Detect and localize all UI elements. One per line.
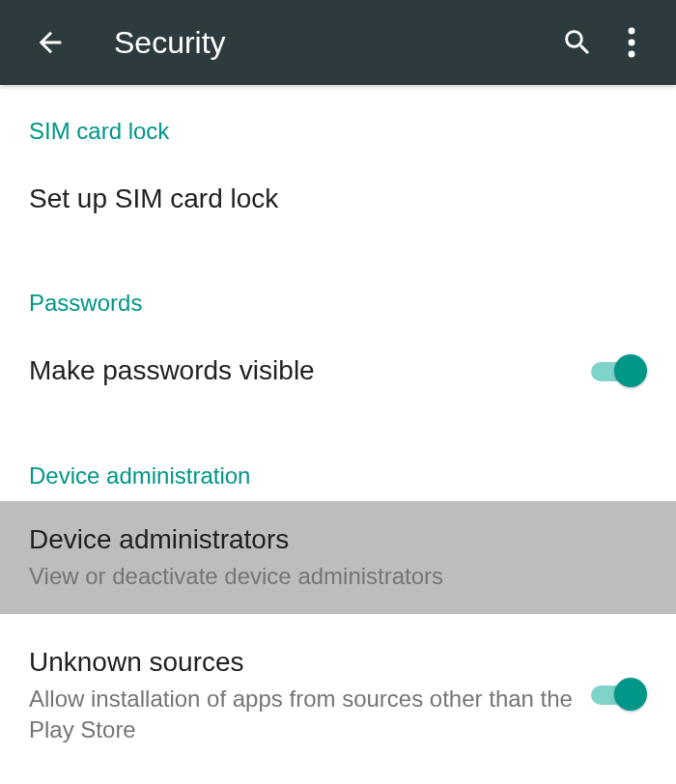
setting-subtitle: Allow installation of apps from sources … (29, 684, 591, 746)
svg-point-0 (629, 28, 635, 35)
setting-title: Set up SIM card lock (29, 182, 647, 216)
svg-point-1 (629, 40, 635, 46)
toggle-passwords-visible[interactable] (591, 354, 647, 389)
back-button[interactable] (27, 19, 73, 66)
setting-subtitle: View or deactivate device administrators (29, 561, 647, 592)
setting-device-administrators[interactable]: Device administrators View or deactivate… (0, 501, 676, 614)
toggle-unknown-sources[interactable] (591, 678, 647, 713)
setting-title: Make passwords visible (29, 353, 591, 388)
svg-point-2 (629, 51, 635, 58)
settings-content: SIM card lock Set up SIM card lock Passw… (0, 85, 676, 768)
setting-make-passwords-visible[interactable]: Make passwords visible (0, 328, 676, 413)
setting-unknown-sources[interactable]: Unknown sources Allow installation of ap… (0, 614, 676, 768)
search-icon (561, 26, 594, 59)
more-vert-icon (628, 26, 635, 59)
page-title: Security (114, 25, 550, 61)
section-header-sim-card-lock: SIM card lock (0, 89, 676, 156)
overflow-menu-button[interactable] (605, 15, 659, 70)
setting-set-up-sim-card-lock[interactable]: Set up SIM card lock (0, 156, 676, 241)
setting-title: Device administrators (29, 522, 647, 557)
search-button[interactable] (550, 15, 605, 70)
setting-title: Unknown sources (29, 645, 591, 680)
app-bar: Security (0, 0, 676, 85)
section-header-device-administration: Device administration (0, 434, 676, 501)
arrow-back-icon (34, 26, 67, 59)
section-header-passwords: Passwords (0, 261, 676, 328)
